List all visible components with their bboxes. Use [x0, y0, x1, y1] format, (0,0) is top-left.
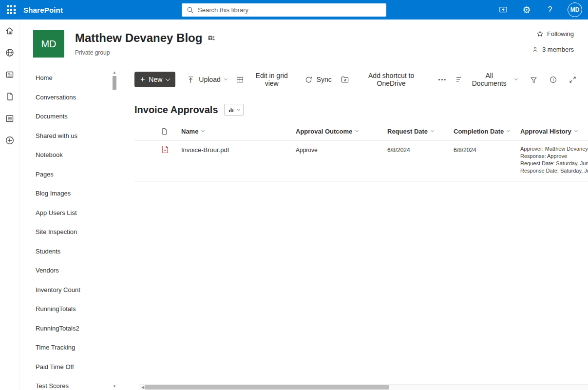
upload-button[interactable]: Upload [182, 71, 231, 88]
sidebar-item-documents[interactable]: Documents [19, 107, 119, 126]
site-privacy-label: Private group [75, 49, 215, 56]
app-title[interactable]: SharePoint [23, 6, 63, 14]
sidebar-item-test-scores[interactable]: Test Scores [19, 376, 119, 390]
list-icon [5, 114, 15, 123]
sidebar-item-site-inspection[interactable]: Site Inspection [19, 222, 119, 242]
column-header-approval-history[interactable]: Approval History [520, 128, 588, 135]
sidebar-scrollbar[interactable]: ▲ ▼ [112, 70, 117, 389]
new-button[interactable]: + New [134, 72, 175, 87]
site-header-actions: Following 3 members [531, 30, 574, 53]
library-content: + New Upload [119, 68, 588, 384]
rail-create-button[interactable] [4, 136, 16, 145]
search-icon [187, 6, 194, 14]
command-bar-overflow-button[interactable]: ••• [434, 71, 452, 88]
search-input[interactable] [198, 6, 381, 14]
document-icon [5, 92, 15, 101]
sync-button[interactable]: Sync [300, 71, 336, 88]
sidebar-item-time-tracking[interactable]: Time Tracking [19, 338, 119, 357]
chevron-down-icon [237, 107, 240, 110]
teams-icon[interactable] [208, 34, 215, 42]
gear-icon: ⚙ [522, 5, 531, 15]
settings-button[interactable]: ⚙ [521, 4, 532, 16]
ellipsis-icon: ••• [438, 77, 447, 82]
chart-view-button[interactable] [224, 104, 244, 116]
suite-bar: SharePoint ⚙ ? MD [0, 0, 588, 20]
filter-button[interactable] [526, 72, 541, 87]
horizontal-scrollbar-thumb[interactable] [145, 385, 389, 390]
sidebar-item-runningtotals[interactable]: RunningTotals [19, 299, 119, 319]
app-launcher-button[interactable] [0, 0, 22, 20]
rail-lists-button[interactable] [4, 114, 16, 123]
file-name-link[interactable]: Invoice-Brour.pdf [181, 145, 296, 154]
site-title-block: Matthew Devaney Blog Private group [75, 31, 215, 56]
sidebar-item-notebook[interactable]: Notebook [19, 145, 119, 165]
help-button[interactable]: ? [544, 4, 556, 16]
sidebar-item-students[interactable]: Students [19, 242, 119, 261]
upload-icon [187, 76, 195, 84]
approval-history-cell: Approver: Matthew Devaney, Response: App… [520, 145, 588, 175]
sidebar-item-inventory-count[interactable]: Inventory Count [19, 280, 119, 300]
chevron-down-icon [201, 128, 205, 132]
folder-shortcut-icon [341, 75, 349, 84]
suite-actions: ⚙ ? MD [497, 2, 588, 17]
rail-documents-button[interactable] [4, 92, 16, 101]
sidebar-item-paid-time-off[interactable]: Paid Time Off [19, 357, 119, 377]
content-row: Home Conversations Documents Shared with… [19, 68, 588, 390]
plus-icon: + [140, 76, 145, 83]
bar-chart-icon [228, 107, 234, 113]
chevron-down-icon [431, 128, 434, 132]
scrollbar-thumb[interactable] [113, 76, 116, 90]
site-logo[interactable]: MD [33, 30, 64, 58]
sidebar-item-shared-with-us[interactable]: Shared with us [19, 126, 119, 146]
search-box[interactable] [182, 3, 386, 17]
sidebar-item-vendors[interactable]: Vendors [19, 261, 119, 280]
scroll-up-arrow-icon[interactable]: ▲ [112, 70, 117, 75]
column-header-name[interactable]: Name [181, 128, 296, 135]
sidebar-item-blog-images[interactable]: Blog Images [19, 184, 119, 203]
sidebar-item-pages[interactable]: Pages [19, 165, 119, 184]
plus-circle-icon [5, 136, 15, 145]
chevron-down-icon [166, 76, 171, 81]
sidebar-item-conversations[interactable]: Conversations [19, 88, 119, 107]
sidebar-item-app-users-list[interactable]: App Users List [19, 203, 119, 223]
chevron-down-icon [355, 128, 359, 132]
column-header-completion-date[interactable]: Completion Date [454, 128, 520, 135]
members-label: 3 members [542, 46, 574, 53]
globe-icon [5, 48, 15, 58]
column-header-file-type[interactable] [161, 128, 181, 135]
column-header-request-date[interactable]: Request Date [387, 128, 454, 135]
table-header: Name Approval Outcome Request Date [134, 122, 588, 141]
info-icon [549, 76, 557, 84]
new-button-label: New [149, 76, 162, 83]
file-icon [161, 128, 168, 135]
present-button[interactable] [497, 4, 509, 16]
rail-home-button[interactable] [4, 26, 16, 36]
list-title: Invoice Approvals [134, 104, 218, 116]
view-selector-label: All Documents [467, 72, 511, 87]
grid-icon [236, 76, 244, 84]
command-bar: + New Upload [134, 68, 588, 91]
sync-label: Sync [317, 76, 332, 83]
sidebar-item-runningtotals2[interactable]: RunningTotals2 [19, 319, 119, 338]
site-title[interactable]: Matthew Devaney Blog [75, 31, 202, 45]
request-date-cell: 6/8/2024 [387, 145, 454, 154]
fullscreen-button[interactable] [565, 72, 580, 87]
account-avatar[interactable]: MD [568, 2, 582, 17]
following-button[interactable]: Following [536, 30, 574, 38]
rail-sites-button[interactable] [4, 48, 16, 58]
table-row[interactable]: Invoice-Brour.pdf Approve 6/8/2024 6/8/2… [134, 141, 588, 182]
column-header-approval-outcome[interactable]: Approval Outcome [296, 128, 387, 135]
view-list-icon [455, 76, 463, 83]
add-shortcut-onedrive-button[interactable]: Add shortcut to OneDrive [336, 71, 434, 88]
sidebar-item-home[interactable]: Home [19, 68, 119, 88]
star-icon [536, 30, 544, 38]
details-pane-button[interactable] [545, 72, 561, 87]
main-column: MD Matthew Devaney Blog Private group Fo… [19, 20, 588, 390]
edit-grid-view-button[interactable]: Edit in grid view [231, 71, 300, 88]
news-card-icon [5, 70, 15, 79]
horizontal-scrollbar[interactable]: ◀ [139, 384, 588, 390]
scroll-down-arrow-icon[interactable]: ▼ [112, 384, 117, 389]
rail-news-button[interactable] [4, 70, 16, 79]
view-selector-button[interactable]: All Documents [451, 71, 522, 88]
members-button[interactable]: 3 members [531, 46, 574, 53]
